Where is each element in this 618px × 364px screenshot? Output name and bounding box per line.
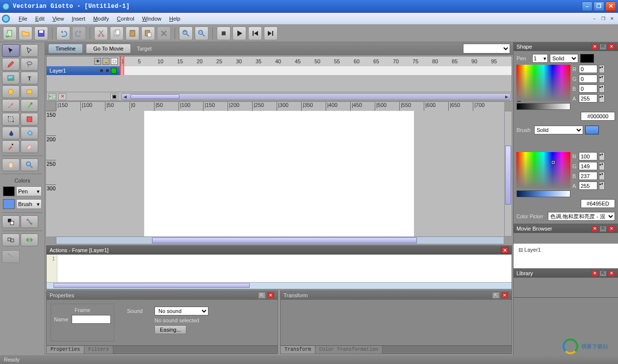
mdi-restore-button[interactable]: ❐: [599, 15, 607, 22]
shape-x2-button[interactable]: ✕: [608, 44, 615, 50]
canvas-hscrollbar[interactable]: [56, 236, 504, 244]
clip-tool[interactable]: [21, 113, 38, 126]
playhead[interactable]: [120, 56, 124, 75]
pencil-tool[interactable]: [2, 58, 20, 71]
actions-close-button[interactable]: ✕: [501, 247, 509, 254]
snap-button[interactable]: [2, 234, 20, 246]
target-select[interactable]: [463, 44, 510, 53]
brush-value-slider[interactable]: [516, 190, 570, 197]
paste-special-button[interactable]: [141, 26, 155, 40]
play-button[interactable]: [232, 26, 246, 40]
actions-scrollbar[interactable]: [47, 282, 512, 289]
tab-timeline[interactable]: Timeline: [48, 44, 83, 53]
timeline-layer-row[interactable]: Layer1: [47, 66, 120, 75]
brush-style-select[interactable]: Solid: [534, 126, 583, 134]
tab-properties[interactable]: Properties: [47, 346, 84, 354]
subselection-tool[interactable]: [21, 44, 38, 57]
menu-view[interactable]: View: [49, 14, 68, 24]
next-frame-button[interactable]: [264, 26, 278, 40]
movie-group-icon[interactable]: ▭: [549, 234, 557, 242]
rectangle-tool[interactable]: [21, 85, 38, 98]
minimize-button[interactable]: –: [582, 1, 592, 11]
app-menu-icon[interactable]: [2, 15, 10, 23]
horizontal-ruler[interactable]: |150|100|50|0|50|100|150|200|250|300|350…: [56, 102, 504, 111]
eraser-tool[interactable]: [21, 140, 38, 153]
movie-x2-button[interactable]: ✕: [608, 226, 615, 232]
timeline-scrollbar[interactable]: ◀▶: [121, 93, 511, 100]
pen-hue-picker[interactable]: [516, 65, 570, 101]
text-tool[interactable]: T: [21, 72, 38, 84]
pen-value-slider[interactable]: [516, 103, 570, 110]
movie-pin-button[interactable]: ⇱: [599, 226, 607, 232]
layer-outline-icon[interactable]: ▢: [111, 58, 118, 65]
library-x2-button[interactable]: ✕: [608, 270, 615, 277]
swap-colors-button[interactable]: [2, 215, 20, 228]
brush-hex-input[interactable]: #6495ED: [581, 199, 615, 208]
zoom-out-button[interactable]: –: [195, 26, 208, 40]
movie-copy-icon[interactable]: ⿻: [527, 234, 535, 242]
brush-g-input[interactable]: 149: [579, 162, 597, 170]
menu-file[interactable]: File: [15, 14, 31, 24]
pen-hex-input[interactable]: #000000: [581, 112, 615, 121]
pen-a-input[interactable]: 255: [579, 94, 597, 103]
timeline-frames[interactable]: [120, 66, 512, 75]
frame-name-input[interactable]: [72, 315, 111, 324]
maximize-button[interactable]: ❐: [593, 1, 604, 11]
brush-b-input[interactable]: 237: [579, 172, 597, 180]
brush-a-input[interactable]: 255: [579, 182, 597, 190]
shape-close-button[interactable]: ✕: [591, 44, 598, 50]
cut-button[interactable]: [94, 26, 108, 40]
brush-color-select[interactable]: Brush▾: [16, 199, 42, 209]
eyedropper-tool[interactable]: [2, 140, 20, 153]
movie-link-icon[interactable]: ⧉: [560, 234, 567, 242]
align-button[interactable]: [21, 234, 38, 246]
tab-gotomovie[interactable]: Go To Movie: [86, 44, 131, 53]
open-button[interactable]: [19, 26, 32, 40]
movie-delete-icon[interactable]: ✕: [516, 234, 524, 242]
properties-close-button[interactable]: ✕: [267, 292, 275, 299]
copy-button[interactable]: [110, 26, 124, 40]
ellipse-tool[interactable]: [2, 85, 20, 98]
brush-color-preview[interactable]: [585, 126, 599, 134]
actions-editor[interactable]: [57, 255, 512, 282]
tab-transform[interactable]: Transform: [281, 346, 315, 354]
prev-frame-button[interactable]: [248, 26, 262, 40]
library-pin-button[interactable]: ⇱: [599, 270, 607, 277]
pen-g-input[interactable]: 0: [579, 75, 597, 83]
layer-lock-icon[interactable]: 🔒: [103, 58, 109, 65]
undo-button[interactable]: [56, 26, 70, 40]
save-button[interactable]: [34, 26, 48, 40]
default-colors-button[interactable]: [21, 215, 38, 228]
brush-color-swatch[interactable]: [3, 199, 15, 209]
menu-control[interactable]: Control: [113, 14, 138, 24]
bucket-tool[interactable]: [21, 127, 38, 139]
brush-tool[interactable]: [2, 99, 20, 112]
stop-button[interactable]: [217, 26, 231, 40]
easing-button[interactable]: Easing...: [154, 325, 186, 334]
layer-visibility-icon[interactable]: 👁: [94, 58, 101, 65]
transform-tool[interactable]: [2, 113, 20, 126]
add-layer-button[interactable]: +▢: [49, 93, 56, 100]
tab-color-transformation[interactable]: Color Transformation: [315, 346, 383, 354]
transform-pin-button[interactable]: ⇱: [492, 292, 500, 299]
delete-button[interactable]: [157, 26, 171, 40]
mdi-close-button[interactable]: ✕: [608, 15, 616, 22]
pen-b-input[interactable]: 0: [579, 84, 597, 93]
center-frame-button[interactable]: ▣: [110, 93, 118, 100]
pen-r-input[interactable]: 0: [579, 65, 597, 73]
menu-window[interactable]: Window: [138, 14, 165, 24]
menu-edit[interactable]: Edit: [31, 14, 49, 24]
delete-layer-button[interactable]: ✕: [58, 93, 66, 100]
movie-tree-item[interactable]: ⊟ Layer1: [515, 246, 616, 254]
ink-tool[interactable]: [2, 127, 20, 139]
movie-close-button[interactable]: ✕: [591, 226, 598, 232]
selection-tool[interactable]: [2, 44, 20, 57]
pen-style-select[interactable]: Solid: [550, 54, 578, 63]
brush-hue-picker[interactable]: [516, 152, 570, 188]
sound-select[interactable]: No sound: [154, 307, 208, 315]
menu-insert[interactable]: Insert: [68, 14, 89, 24]
transform-close-button[interactable]: ✕: [501, 292, 509, 299]
new-button[interactable]: +: [3, 26, 17, 40]
redo-button[interactable]: [72, 26, 86, 40]
pen-color-select[interactable]: Pen▾: [16, 186, 42, 196]
